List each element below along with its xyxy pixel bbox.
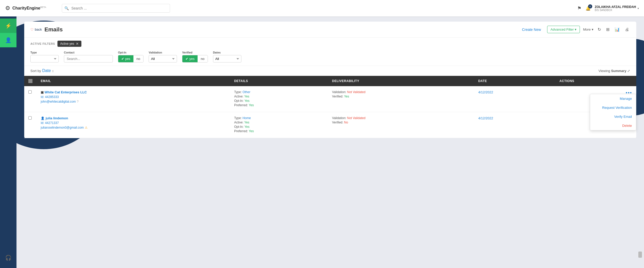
validation-select[interactable]: All: [149, 55, 177, 62]
dropdown-delete[interactable]: Delete: [590, 121, 636, 130]
row2-details-cell: Type: Home Active: Yes Opt-In: Yes Prefe…: [230, 112, 328, 138]
verified-toggle: ✔ yes no: [182, 55, 208, 62]
row1-help-icon[interactable]: ?: [77, 100, 79, 103]
viewing-mode: Summary: [611, 69, 626, 73]
sidebar-item-lightning[interactable]: ⚡: [0, 19, 16, 33]
select-all-header[interactable]: [24, 76, 37, 86]
sort-row: Sort by Date ↕ Viewing Summary ⤢: [24, 66, 636, 76]
refresh-button[interactable]: ↻: [597, 26, 602, 33]
expand-icon: ⤢: [627, 69, 630, 73]
dropdown-verify-email[interactable]: Verify Email: [590, 112, 636, 121]
search-bar[interactable]: 🔍: [62, 4, 170, 13]
page-title-area: ♡ back Emails: [30, 26, 63, 33]
row1-validation: Validation: Not Validated: [332, 90, 470, 94]
row2-email-cell: 👤 julia lindemon Id: 44271337 juliarosel…: [37, 112, 230, 138]
contact-filter-group: Contact: [64, 51, 113, 62]
refresh-icon: ↻: [598, 27, 601, 32]
validation-label: Validation: [149, 51, 177, 54]
row1-contact-id[interactable]: Id: 44285333: [41, 95, 226, 99]
row1-optin: Opt-In: Yes: [234, 99, 324, 103]
viewing-info[interactable]: Viewing Summary ⤢: [598, 68, 630, 73]
row1-type-val: Other: [243, 90, 250, 94]
create-new-button[interactable]: Create New: [519, 26, 544, 33]
row2-contact-id[interactable]: Id: 44271337: [41, 121, 226, 125]
chevron-down-icon: ▾: [575, 28, 577, 31]
user-name: ZOLAIKHA AFZAL FREIDAH: [595, 5, 636, 9]
table-row: ▣ White Cat Enterprises LLC Id: 44285333…: [24, 86, 636, 112]
row1-preferred-val: Yes: [249, 103, 254, 107]
grid-icon: ⊞: [606, 27, 609, 32]
contact-search-input[interactable]: [64, 55, 113, 62]
table-header-row: EMAIL DETAILS DELIVERABILITY DATE ACTION…: [24, 76, 636, 86]
verified-filter-group: Verified ✔ yes no: [182, 51, 208, 62]
back-label: back: [35, 28, 42, 31]
row1-details-cell: Type: Other Active: Yes Opt-In: Yes Pref…: [230, 86, 328, 112]
chart-icon: 📊: [615, 27, 620, 32]
notification-badge[interactable]: 🔔 0: [586, 6, 591, 11]
col-deliverability: DELIVERABILITY: [328, 76, 474, 86]
row1-contact-name[interactable]: ▣ White Cat Enterprises LLC: [41, 90, 226, 94]
sidebar-item-user[interactable]: 👤: [0, 33, 16, 47]
type-label: Type: [30, 51, 59, 54]
sidebar-item-headset[interactable]: 🎧: [0, 251, 16, 265]
row2-preferred: Preferred: Yes: [234, 129, 324, 133]
sort-field[interactable]: Date: [42, 68, 51, 73]
row1-active-val: Yes: [244, 95, 249, 98]
col-details: DETAILS: [230, 76, 328, 86]
user-info[interactable]: ZOLAIKHA AFZAL FREIDAH BIS SANDBOX ▾: [595, 5, 639, 12]
user-icon: 👤: [5, 37, 12, 43]
row2-validation-val: Not Validated: [347, 116, 366, 120]
row1-email[interactable]: john@whitecatdigital.com ?: [41, 100, 226, 103]
page-header: ♡ back Emails Create New Advanced Filter…: [24, 22, 636, 38]
col-email: EMAIL: [37, 76, 230, 86]
verified-yes-button[interactable]: ✔ yes: [182, 55, 198, 62]
filter-area: ACTIVE FILTERS Active yes ✕ Type Contact: [24, 38, 636, 66]
active-filters-row: ACTIVE FILTERS Active yes ✕: [30, 41, 630, 47]
chart-button[interactable]: 📊: [614, 26, 621, 33]
chip-remove-icon[interactable]: ✕: [76, 42, 79, 46]
row1-checkbox-cell[interactable]: [24, 86, 37, 112]
dates-filter-group: Dates All: [213, 51, 241, 62]
row2-contact-name[interactable]: 👤 julia lindemon: [41, 116, 226, 120]
print-button[interactable]: 🖨: [624, 26, 630, 33]
page-title: Emails: [44, 26, 63, 33]
dropdown-request-verification[interactable]: Request Verification: [590, 103, 636, 112]
dates-label: Dates: [213, 51, 241, 54]
row2-checkbox-cell[interactable]: [24, 112, 37, 138]
check-icon: ✔: [121, 57, 124, 61]
type-select[interactable]: [30, 55, 59, 62]
sidebar: ⚡ 👤 🎧: [0, 16, 16, 268]
row1-contact-icon: ▣: [41, 91, 44, 94]
table-row: 👤 julia lindemon Id: 44271337 juliarosel…: [24, 112, 636, 138]
logo-text: CharityEngineBETA: [12, 6, 46, 11]
back-link[interactable]: ♡ back: [30, 28, 42, 32]
row1-actions-cell: ••• Manage Request Verification Verify E…: [555, 86, 636, 112]
row2-checkbox[interactable]: [28, 116, 32, 120]
user-dropdown-icon: ▾: [638, 7, 639, 10]
row1-active: Active: Yes: [234, 95, 324, 98]
flag-icon[interactable]: ⚑: [577, 5, 581, 11]
row1-validation-val: Not Validated: [347, 90, 366, 94]
chip-label: Active yes: [60, 42, 74, 46]
scroll-hint[interactable]: [638, 252, 642, 258]
row2-email[interactable]: juliaroselindemon0@gmail.com ⚠: [41, 126, 226, 129]
active-filter-chip[interactable]: Active yes ✕: [57, 41, 81, 47]
dropdown-manage[interactable]: Manage: [590, 94, 636, 103]
advanced-filter-button[interactable]: Advanced Filter ▾: [547, 26, 580, 33]
row1-checkbox[interactable]: [28, 90, 32, 94]
col-date: DATE: [474, 76, 555, 86]
data-table: EMAIL DETAILS DELIVERABILITY DATE ACTION…: [24, 76, 636, 138]
search-input[interactable]: [62, 4, 170, 13]
dates-select[interactable]: All: [213, 55, 241, 62]
heart-icon: ♡: [30, 28, 34, 32]
verified-no-button[interactable]: no: [198, 55, 207, 62]
sort-arrows: ↕: [52, 69, 54, 73]
type-filter-group: Type: [30, 51, 59, 62]
row2-active: Active: Yes: [234, 121, 324, 124]
optin-no-button[interactable]: no: [133, 55, 143, 62]
more-button[interactable]: More ▾: [583, 28, 594, 31]
row2-contact-icon: 👤: [41, 117, 45, 120]
grid-view-button[interactable]: ⊞: [605, 26, 611, 33]
optin-yes-button[interactable]: ✔ yes: [118, 55, 133, 62]
sort-info: Sort by Date ↕: [30, 68, 54, 73]
